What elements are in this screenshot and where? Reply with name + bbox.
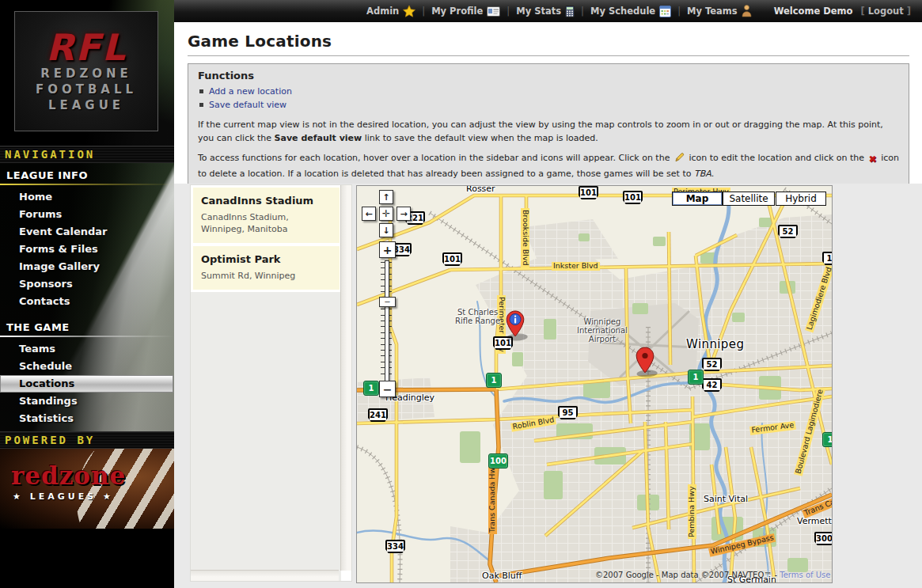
terms-of-use-link[interactable]: Terms of Use (780, 571, 830, 579)
route-shield: 300 (814, 532, 833, 545)
app-window: RFL REDZONE FOOTBALL LEAGUE NAVIGATION L… (0, 0, 922, 588)
vertical-scrollbar[interactable] (340, 185, 351, 571)
calendar-icon (659, 6, 671, 17)
text: link to save the default view when the m… (362, 133, 598, 143)
trans-canada-shield: 1 (688, 370, 704, 385)
italic-text: TBA (694, 169, 711, 179)
zoom-slider-handle[interactable]: − (379, 297, 396, 307)
trans-canada-shield: 1 (822, 432, 833, 447)
logo-line: LEAGUE (15, 97, 157, 113)
id-card-icon (487, 6, 500, 17)
functions-box: Functions Add a new location Save defaul… (188, 63, 909, 190)
separator: | (507, 6, 510, 17)
navigation-banner: NAVIGATION (0, 146, 174, 163)
sidebar-item-sponsors[interactable]: Sponsors (0, 275, 174, 293)
location-name: CanadInns Stadium (201, 195, 332, 207)
sidebar-item-standings[interactable]: Standings (0, 393, 174, 410)
divider (0, 336, 174, 337)
powered-by-banner: POWERED BY (0, 431, 174, 449)
zoom-in-button[interactable]: + (379, 241, 396, 258)
trans-canada-shield: 1 (363, 381, 379, 396)
sidebar-item-contacts[interactable]: Contacts (0, 293, 174, 310)
sidebar-item-locations[interactable]: Locations (0, 375, 173, 393)
sidebar-item-forms-files[interactable]: Forms & Files (0, 241, 174, 258)
map-terrain-layer (357, 186, 832, 582)
sidebar-item-image-gallery[interactable]: Image Gallery (0, 258, 174, 275)
trans-canada-shield: 1 (486, 373, 502, 388)
sidebar-item-forums[interactable]: Forums (0, 206, 174, 223)
topbar-item-my-schedule[interactable]: My Schedule (590, 6, 671, 17)
topbar-item-my-profile[interactable]: My Profile (431, 6, 500, 17)
pan-up-button[interactable]: ↑ (379, 190, 393, 204)
logo-line: REDZONE (15, 66, 157, 82)
route-shield: 52 (702, 358, 722, 371)
zoom-slider-track[interactable] (385, 260, 389, 382)
map-marker-info[interactable] (505, 309, 546, 346)
top-bar: Admin | My Profile | My Stats | My Sched… (174, 0, 922, 22)
sidebar-item-event-calendar[interactable]: Event Calendar (0, 223, 174, 241)
sidebar-item-home[interactable]: Home (0, 188, 174, 206)
location-card-optimist-park[interactable]: Optimist Park Summit Rd, Winnipeg (193, 246, 340, 290)
locations-list-panel: CanadInns Stadium CanadInns Stadium, Win… (190, 184, 352, 582)
sidebar-nav: LEAGUE INFO Home Forums Event Calendar F… (0, 163, 174, 431)
topbar-item-my-stats[interactable]: My Stats (516, 6, 575, 17)
save-default-view-link[interactable]: Save default view (209, 100, 286, 110)
route-shield: 101 (623, 191, 643, 204)
map-type-button-map[interactable]: Map (672, 192, 723, 206)
route-shield: 52 (778, 225, 798, 238)
delete-x-icon: ✖ (869, 152, 877, 167)
welcome-text: Welcome Demo (774, 6, 853, 17)
separator: | (677, 6, 681, 17)
pan-down-button[interactable]: ↓ (379, 223, 393, 237)
text: To access functions for each location, h… (198, 153, 673, 163)
location-address: CanadInns Stadium, Winnipeg, Manitoba (201, 212, 332, 236)
add-location-link[interactable]: Add a new location (209, 86, 292, 97)
pan-right-button[interactable]: → (396, 207, 411, 221)
bullet-icon (199, 89, 203, 93)
map-type-button-hybrid[interactable]: Hybrid (776, 192, 826, 206)
section-title-the-game: THE GAME (0, 310, 174, 336)
sidebar-item-schedule[interactable]: Schedule (0, 358, 174, 375)
map-canvas[interactable]: Rosser Perimeter Hwy Brookside Blvd Inks… (356, 185, 833, 583)
logout-wrap: [Logout] (860, 6, 911, 17)
topbar-item-my-teams[interactable]: My Teams (687, 5, 752, 17)
pan-left-button[interactable]: ← (362, 207, 376, 221)
route-shield: 241 (368, 408, 388, 422)
horizontal-scrollbar[interactable] (191, 570, 339, 581)
copyright-text: ©2007 Google - Map data ©2007 NAVTEQ™ - (595, 571, 780, 579)
topbar-item-label: Admin (366, 6, 399, 17)
locations-cards: CanadInns Stadium CanadInns Stadium, Win… (191, 185, 342, 292)
logout-link[interactable]: Logout (868, 6, 904, 17)
pan-center-button[interactable]: ✛ (379, 207, 393, 221)
location-address: Summit Rd, Winnipeg (201, 271, 332, 283)
help-paragraph-2: To access functions for each location, h… (198, 151, 899, 180)
main-content: Game Locations Functions Add a new locat… (174, 22, 922, 588)
topbar-item-label: My Schedule (590, 6, 655, 17)
logo-line: FOOTBALL (15, 82, 157, 97)
league-logo: RFL REDZONE FOOTBALL LEAGUE (14, 11, 158, 131)
separator: | (422, 6, 425, 17)
trans-canada-shield: 100 (488, 453, 508, 469)
map-copyright: ©2007 Google - Map data ©2007 NAVTEQ™ - … (595, 571, 830, 579)
redzone-leagues-logo: redzone ★ LEAGUES ★ (0, 449, 174, 529)
logo-acronym: RFL (15, 29, 157, 66)
topbar-item-label: My Teams (687, 6, 738, 17)
sidebar: RFL REDZONE FOOTBALL LEAGUE NAVIGATION L… (0, 0, 174, 588)
topbar-item-admin[interactable]: Admin (366, 6, 415, 17)
brand-subtitle: ★ LEAGUES ★ (13, 491, 114, 502)
separator: | (581, 6, 584, 17)
location-card-canadinns[interactable]: CanadInns Stadium CanadInns Stadium, Win… (193, 188, 340, 243)
topbar-item-label: My Profile (431, 6, 483, 17)
route-shield: 10 (822, 252, 833, 265)
star-icon (403, 6, 415, 17)
map-marker-location[interactable] (635, 346, 676, 382)
route-shield: 101 (579, 186, 598, 199)
move-icon: ✛ (382, 209, 390, 218)
route-shield: 42 (702, 378, 722, 392)
sidebar-item-statistics[interactable]: Statistics (0, 410, 174, 427)
list-item: Add a new location (199, 85, 899, 98)
sidebar-item-teams[interactable]: Teams (0, 340, 174, 358)
help-paragraph-1: If the current map view is not in the de… (198, 118, 899, 145)
zoom-out-button[interactable]: − (379, 381, 396, 397)
map-type-button-satellite[interactable]: Satellite (723, 192, 775, 206)
